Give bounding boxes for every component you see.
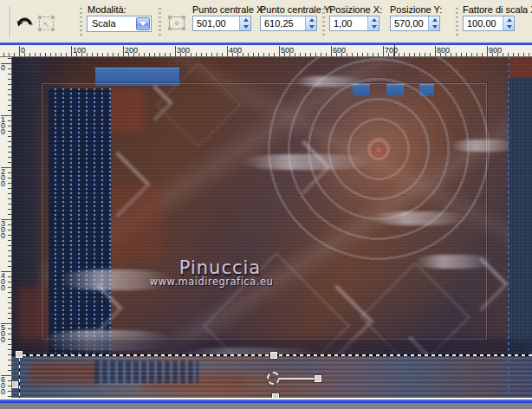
spin-down-button[interactable] bbox=[503, 23, 515, 30]
rotation-arm bbox=[278, 378, 316, 380]
selection-box-icon: ↖ bbox=[39, 16, 54, 30]
image-edge-marquee bbox=[508, 57, 509, 398]
toolbar-grip bbox=[80, 8, 82, 36]
spin-down-icon bbox=[372, 25, 377, 29]
toolbar-grip bbox=[159, 8, 161, 36]
transform-box-button bbox=[167, 14, 186, 32]
mode-label: Modalità: bbox=[88, 4, 127, 15]
center-y-spinner[interactable] bbox=[305, 16, 316, 30]
apply-transform-button[interactable] bbox=[15, 14, 34, 32]
spin-up-button[interactable] bbox=[306, 16, 317, 23]
spin-down-button[interactable] bbox=[306, 23, 317, 30]
texture-noise bbox=[12, 57, 532, 398]
combo-dropdown-button[interactable] bbox=[136, 17, 150, 30]
rotation-handle[interactable] bbox=[315, 375, 321, 382]
position-x-label: Posizione X: bbox=[329, 4, 382, 15]
transform-box-icon bbox=[169, 16, 185, 29]
spin-up-icon bbox=[243, 18, 249, 22]
app-window: ↖ Modalità: Scala Punto centrale X: 501,… bbox=[0, 0, 532, 409]
scale-factor-x-input[interactable]: 100,00 bbox=[463, 16, 515, 31]
transform-handle-left-middle[interactable] bbox=[12, 381, 18, 388]
selection-marquee-left bbox=[19, 354, 20, 398]
spin-down-icon bbox=[309, 25, 315, 29]
spin-up-icon bbox=[432, 18, 438, 22]
center-x-value: 501,00 bbox=[197, 17, 226, 29]
toolbar-divider bbox=[10, 6, 11, 37]
spin-up-icon bbox=[507, 18, 512, 22]
tool-options-toolbar: ↖ Modalità: Scala Punto centrale X: 501,… bbox=[0, 0, 532, 42]
center-x-label: Punto centrale X: bbox=[192, 4, 265, 15]
selection-mode-button: ↖ bbox=[36, 14, 55, 32]
center-x-input[interactable]: 501,00 bbox=[192, 16, 251, 31]
scale-factor-x-label: Fattore di scala X (% bbox=[463, 4, 532, 15]
position-y-label: Posizione Y: bbox=[390, 4, 442, 15]
spin-down-icon bbox=[243, 25, 249, 29]
transform-handle-top-center[interactable] bbox=[270, 352, 277, 359]
spin-up-icon bbox=[309, 18, 315, 22]
spin-up-button[interactable] bbox=[429, 16, 440, 23]
curved-arrow-icon bbox=[16, 16, 33, 31]
artwork-watermark-text: www.maidiregrafica.eu bbox=[133, 276, 289, 288]
spin-up-button[interactable] bbox=[503, 16, 515, 23]
spin-down-button[interactable] bbox=[368, 23, 380, 30]
spin-down-button[interactable] bbox=[240, 23, 251, 30]
transform-handle-top-left[interactable] bbox=[16, 351, 23, 358]
position-y-input[interactable]: 570,00 bbox=[390, 16, 440, 31]
spin-up-button[interactable] bbox=[240, 16, 251, 23]
scale-factor-x-value: 100,00 bbox=[467, 17, 496, 29]
scale-factor-x-spinner[interactable] bbox=[503, 16, 514, 30]
spin-up-button[interactable] bbox=[368, 16, 380, 23]
spin-down-icon bbox=[432, 25, 438, 29]
horizontal-ruler: 0100200300400500600700800900 bbox=[0, 45, 532, 57]
mode-combobox[interactable]: Scala bbox=[87, 16, 152, 32]
position-y-value: 570,00 bbox=[394, 17, 424, 29]
position-y-spinner[interactable] bbox=[428, 16, 439, 30]
position-x-input[interactable]: 1,00 bbox=[329, 16, 380, 31]
image-canvas[interactable]: Pinuccia www.maidiregrafica.eu bbox=[12, 57, 532, 398]
center-y-input[interactable]: 610,25 bbox=[260, 16, 317, 31]
center-x-spinner[interactable] bbox=[239, 16, 250, 30]
toolbar-grip bbox=[456, 8, 458, 36]
status-strip bbox=[0, 403, 532, 409]
chevron-down-icon bbox=[139, 22, 146, 26]
mode-value: Scala bbox=[92, 18, 116, 29]
center-y-value: 610,25 bbox=[264, 17, 294, 29]
spin-down-button[interactable] bbox=[429, 23, 440, 30]
spin-up-icon bbox=[372, 18, 377, 22]
toolbar-grip bbox=[322, 8, 325, 36]
position-x-spinner[interactable] bbox=[367, 16, 379, 30]
vertical-ruler: 0100200300400500600 bbox=[0, 57, 12, 398]
position-x-value: 1,00 bbox=[334, 17, 352, 29]
spin-down-icon bbox=[507, 25, 512, 29]
